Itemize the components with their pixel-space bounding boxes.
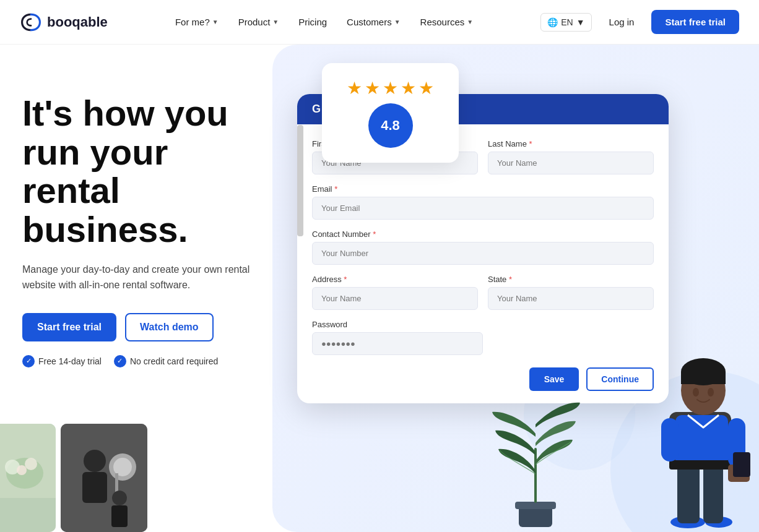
nav-customers[interactable]: Customers ▼ (338, 12, 409, 32)
svg-rect-22 (669, 460, 734, 470)
check-icon: ✓ (22, 355, 35, 367)
scrollbar[interactable] (297, 125, 303, 236)
hero-right: ★ ★ ★ ★ ★ 4.8 GROWFORM (272, 45, 759, 532)
photo-2 (61, 424, 147, 532)
star-2: ★ (365, 78, 380, 98)
form-group-contact: Contact Number * (312, 230, 654, 265)
navbar: booqable For me? ▼ Product ▼ Pricing Cus… (0, 0, 759, 45)
chevron-down-icon: ▼ (394, 19, 401, 25)
svg-rect-24 (661, 418, 679, 461)
form-row-contact: Contact Number * (312, 230, 654, 265)
star-1: ★ (347, 78, 362, 98)
chevron-down-icon: ▼ (467, 19, 473, 25)
photo-2-image (61, 424, 147, 532)
svg-rect-13 (111, 505, 128, 527)
required-indicator: * (344, 275, 347, 284)
svg-point-12 (112, 491, 127, 505)
svg-rect-29 (681, 372, 726, 384)
svg-rect-26 (733, 452, 750, 477)
photo-1-image (0, 424, 56, 532)
nav-product[interactable]: Product ▼ (230, 12, 288, 32)
nav-links: For me? ▼ Product ▼ Pricing Customers ▼ … (167, 12, 482, 32)
svg-rect-8 (82, 472, 107, 503)
email-label: Email * (312, 184, 654, 194)
form-group-state: State * (488, 275, 654, 310)
nav-right: 🌐 EN ▼ Log in Start free trial (540, 10, 739, 34)
check-icon: ✓ (114, 355, 126, 367)
svg-point-4 (17, 465, 27, 475)
svg-point-7 (84, 450, 106, 472)
hero-subtext: Manage your day-to-day and create your o… (22, 262, 258, 293)
contact-label: Contact Number * (312, 230, 654, 239)
star-rating: ★ ★ ★ ★ ★ (347, 78, 434, 98)
password-input[interactable] (312, 332, 483, 355)
form-row-address: Address * State * (312, 275, 654, 310)
svg-rect-19 (703, 461, 723, 523)
svg-rect-5 (0, 498, 56, 532)
email-input[interactable] (312, 197, 654, 220)
logo[interactable]: booqable (20, 11, 108, 33)
required-indicator: * (529, 139, 532, 148)
svg-point-30 (693, 388, 699, 397)
hero-section: It's how you run your rental business. M… (0, 45, 759, 532)
nav-resources[interactable]: Resources ▼ (412, 12, 482, 32)
nav-pricing[interactable]: Pricing (290, 12, 336, 32)
hero-start-trial-button[interactable]: Start free trial (22, 313, 116, 341)
rating-score: 4.8 (368, 103, 413, 148)
logo-text: booqable (47, 14, 108, 30)
lastname-label: Last Name * (488, 139, 654, 148)
nav-for-me[interactable]: For me? ▼ (167, 12, 227, 32)
form-group-address: Address * (312, 275, 478, 310)
hero-left: It's how you run your rental business. M… (0, 45, 285, 532)
person-svg (648, 332, 759, 530)
badge-no-cc: ✓ No credit card required (114, 355, 218, 367)
required-indicator: * (509, 275, 512, 284)
form-row-email: Email * (312, 184, 654, 220)
chevron-down-icon: ▼ (576, 17, 585, 27)
lastname-input[interactable] (488, 152, 654, 174)
required-indicator: * (334, 184, 337, 194)
star-4: ★ (401, 78, 416, 98)
required-indicator: * (373, 230, 376, 239)
svg-rect-21 (675, 415, 728, 466)
person-illustration (648, 332, 759, 532)
form-group-lastname: Last Name * (488, 139, 654, 174)
photo-1 (0, 424, 56, 532)
form-row-password: Password (312, 320, 654, 355)
address-input[interactable] (312, 287, 478, 310)
contact-input[interactable] (312, 242, 654, 265)
rating-card: ★ ★ ★ ★ ★ 4.8 (322, 63, 459, 163)
chevron-down-icon: ▼ (212, 19, 219, 25)
svg-point-3 (25, 458, 37, 470)
form-group-email: Email * (312, 184, 654, 220)
svg-rect-18 (677, 461, 700, 523)
growform-body: First Name * Last Name * Email * (297, 124, 669, 403)
hero-buttons: Start free trial Watch demo (22, 313, 285, 341)
state-input[interactable] (488, 287, 654, 310)
continue-button[interactable]: Continue (586, 367, 654, 391)
hero-watch-demo-button[interactable]: Watch demo (125, 313, 214, 341)
plant-svg (477, 369, 594, 530)
login-link[interactable]: Log in (599, 12, 644, 32)
nav-cta-button[interactable]: Start free trial (651, 10, 739, 34)
chevron-down-icon: ▼ (272, 19, 279, 25)
hero-photos (0, 424, 147, 532)
hero-badges: ✓ Free 14-day trial ✓ No credit card req… (22, 355, 285, 367)
badge-trial: ✓ Free 14-day trial (22, 355, 102, 367)
plant-decoration (477, 369, 594, 532)
state-label: State * (488, 275, 654, 284)
hero-heading: It's how you run your rental business. (22, 94, 285, 249)
address-label: Address * (312, 275, 478, 284)
star-3: ★ (383, 78, 398, 98)
star-5: ★ (419, 78, 434, 98)
form-group-password: Password (312, 320, 483, 355)
language-selector[interactable]: 🌐 EN ▼ (540, 13, 591, 32)
logo-icon (20, 11, 42, 33)
globe-icon: 🌐 (547, 17, 558, 27)
password-label: Password (312, 320, 483, 329)
svg-point-31 (708, 388, 714, 397)
